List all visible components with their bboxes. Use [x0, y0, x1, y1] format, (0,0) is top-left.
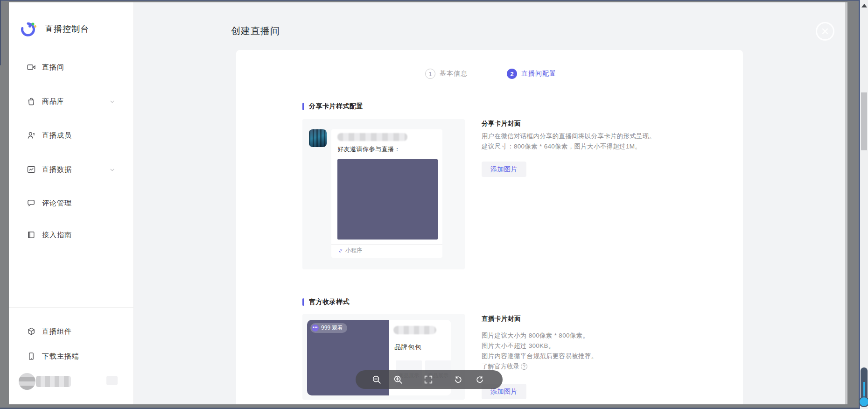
step-label: 基本信息 — [440, 70, 468, 78]
screenshot-frame: 直播控制台 直播间 商品库 直播成员 — [0, 0, 868, 409]
official-listing-section-header: 官方收录样式 — [302, 298, 350, 306]
sidebar-item-live-members[interactable]: 直播成员 — [27, 126, 125, 145]
bubble-divider — [331, 244, 442, 245]
step-label: 直播间配置 — [521, 70, 556, 78]
sidebar-item-label: 商品库 — [42, 97, 64, 106]
sidebar-item-label: 直播组件 — [42, 327, 72, 336]
product-name: 品牌包包 — [394, 343, 421, 352]
sidebar-item-label: 直播数据 — [42, 165, 72, 174]
phone-icon — [27, 352, 36, 361]
chevron-down-icon — [109, 167, 115, 173]
step-number: 1 — [425, 69, 435, 79]
scrollbar-up-arrow[interactable] — [861, 4, 867, 7]
sidebar-item-integration-guide[interactable]: 接入指南 — [27, 226, 125, 244]
comment-bubble-icon — [27, 198, 36, 208]
zoom-out-icon[interactable] — [371, 374, 382, 385]
sidebar-item-label: 评论管理 — [42, 199, 72, 208]
chevron-down-icon — [109, 99, 115, 105]
sidebar-item-product-library[interactable]: 商品库 — [27, 92, 125, 111]
share-card-cover-placeholder — [337, 159, 438, 240]
stylus-cursor-tip — [859, 396, 868, 407]
live-cover-desc-line3: 图片内容遵循平台规范后更容易被推荐。 — [482, 352, 597, 360]
viewer-count-badge: ••• 999 观看 — [310, 323, 347, 333]
learn-official-listing-link[interactable]: 了解官方收录 ? — [482, 362, 527, 371]
section-accent-bar — [302, 103, 304, 110]
app-logo-row: 直播控制台 — [20, 20, 89, 38]
window-frame-top — [0, 0, 868, 1]
page-title: 创建直播间 — [231, 25, 280, 37]
live-cover-title: 直播卡片封面 — [482, 315, 521, 323]
live-cover-desc-line1: 图片建议大小为 800像素 * 800像素。 — [482, 331, 589, 340]
chart-icon — [27, 165, 36, 174]
mini-program-footer: 小程序 — [338, 247, 362, 254]
scrollbar-thumb[interactable] — [861, 92, 867, 150]
section-title: 分享卡片样式配置 — [309, 102, 363, 111]
video-camera-icon — [27, 63, 36, 72]
book-icon — [27, 230, 36, 240]
sidebar-item-label: 直播间 — [42, 63, 64, 72]
share-card-section-header: 分享卡片样式配置 — [302, 102, 363, 111]
step-connector — [476, 74, 497, 74]
live-console-logo-icon — [20, 20, 37, 38]
sidebar-item-download-anchor-app[interactable]: 下载主播端 — [27, 347, 125, 366]
question-circle-icon: ? — [521, 363, 527, 370]
window-frame-left — [0, 0, 1, 65]
viewer-count-text: 999 观看 — [321, 324, 343, 332]
scrollbar-track[interactable] — [860, 0, 868, 409]
rotate-right-icon[interactable] — [475, 374, 485, 385]
cube-icon — [27, 327, 36, 336]
sidebar-item-live-components[interactable]: 直播组件 — [27, 322, 125, 341]
link-label: 了解官方收录 — [482, 362, 519, 371]
rotate-left-icon[interactable] — [453, 374, 463, 385]
sidebar-item-live-data[interactable]: 直播数据 — [27, 160, 125, 179]
share-cover-desc-line2: 建议尺寸：800像素 * 640像素，图片大小不得超过1M。 — [482, 142, 641, 151]
add-share-image-button[interactable]: 添加图片 — [482, 162, 526, 177]
fullscreen-icon[interactable] — [423, 374, 434, 385]
live-dots-icon: ••• — [312, 324, 319, 331]
share-cover-title: 分享卡片封面 — [482, 120, 521, 128]
live-cover-desc-line2: 图片大小不超过 300KB。 — [482, 342, 554, 350]
create-live-room-modal: 1 基本信息 2 直播间配置 分享卡片样式配置 好友邀请你参与直播： — [236, 50, 743, 404]
sidebar-item-label: 下载主播端 — [42, 352, 79, 361]
chat-avatar-image — [309, 129, 327, 147]
sidebar-divider — [9, 307, 134, 308]
sidebar-item-label: 直播成员 — [42, 131, 72, 140]
share-card-preview-panel: 好友邀请你参与直播： 小程序 — [302, 119, 465, 269]
close-icon — [821, 28, 829, 35]
mini-program-label: 小程序 — [345, 247, 362, 254]
user-badge-redacted — [106, 376, 118, 385]
user-avatar[interactable] — [19, 373, 35, 390]
app-title: 直播控制台 — [45, 23, 89, 35]
share-card-bubble: 好友邀请你参与直播： 小程序 — [331, 129, 442, 258]
app-window: 直播控制台 直播间 商品库 直播成员 — [9, 2, 845, 404]
section-title: 官方收录样式 — [309, 298, 350, 306]
sidebar: 直播控制台 直播间 商品库 直播成员 — [9, 2, 134, 404]
step-room-config[interactable]: 2 直播间配置 — [507, 69, 556, 79]
close-button[interactable] — [816, 22, 834, 41]
zoom-in-icon[interactable] — [393, 374, 403, 385]
mini-program-link-icon — [338, 248, 343, 254]
image-preview-toolbar — [356, 370, 503, 389]
section-accent-bar — [302, 298, 304, 306]
account-name-redacted — [393, 326, 436, 334]
shopping-bag-icon — [27, 97, 36, 106]
person-icon — [27, 131, 36, 140]
step-basic-info[interactable]: 1 基本信息 — [425, 69, 468, 79]
step-indicator: 1 基本信息 2 直播间配置 — [236, 69, 743, 80]
sidebar-item-label: 接入指南 — [42, 231, 72, 240]
share-cover-desc-line1: 用户在微信对话框内分享的直播间将以分享卡片的形式呈现。 — [482, 132, 656, 141]
step-number: 2 — [507, 69, 517, 79]
sidebar-item-comment-management[interactable]: 评论管理 — [27, 194, 125, 212]
inner-scroll-gutter — [845, 2, 847, 404]
user-name-redacted — [36, 376, 71, 387]
invite-text: 好友邀请你参与直播： — [337, 145, 400, 154]
chat-name-redacted — [337, 133, 407, 141]
sidebar-item-live-room[interactable]: 直播间 — [27, 58, 125, 77]
